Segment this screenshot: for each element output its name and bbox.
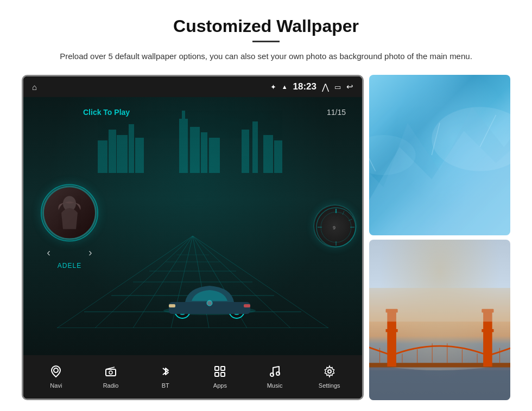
svg-point-59 (276, 372, 280, 375)
apps-label: Apps (213, 382, 227, 389)
main-display: Click To Play 11/15 (23, 97, 362, 355)
back-icon: ↩ (346, 82, 353, 92)
navi-label: Navi (50, 382, 62, 389)
nav-item-settings[interactable]: Settings (302, 365, 357, 389)
apps-grid-icon (213, 365, 226, 378)
apps-icon (213, 365, 226, 380)
bridge-wallpaper-thumb[interactable] (369, 240, 510, 400)
nav-item-bt[interactable]: BT (138, 365, 193, 389)
album-silhouette (53, 194, 86, 232)
svg-rect-13 (274, 140, 282, 173)
svg-point-42 (321, 212, 351, 242)
svg-rect-51 (106, 369, 116, 376)
bottom-nav: Navi Radio BT (23, 355, 362, 399)
svg-point-60 (328, 370, 331, 373)
svg-rect-75 (386, 329, 398, 332)
radio-label: Radio (103, 382, 119, 389)
svg-rect-36 (244, 304, 250, 307)
nav-item-navi[interactable]: Navi (29, 365, 84, 389)
navi-icon (49, 365, 62, 380)
up-arrow-icon: ⋀ (322, 82, 329, 92)
next-arrow[interactable]: › (88, 246, 92, 259)
nav-item-radio[interactable]: Radio (84, 365, 138, 389)
svg-rect-54 (215, 367, 219, 370)
nav-arrows: ‹ › (47, 246, 92, 259)
ice-texture-svg (369, 75, 510, 235)
bluetooth-svg-icon (160, 365, 172, 378)
ice-wallpaper-thumb[interactable] (369, 75, 510, 235)
car-screen: ⌂ ✦ ▲ 18:23 ⋀ ▭ ↩ (22, 75, 364, 400)
svg-rect-76 (482, 329, 493, 332)
page-description: Preload over 5 default wallpaper options… (60, 50, 472, 63)
svg-rect-8 (201, 132, 207, 173)
svg-rect-4 (135, 138, 144, 173)
dial-svg: 9 (314, 206, 358, 249)
content-area: ⌂ ✦ ▲ 18:23 ⋀ ▭ ↩ (22, 75, 510, 400)
svg-rect-2 (117, 135, 128, 173)
date-display: 11/15 (327, 108, 346, 117)
svg-rect-0 (98, 140, 107, 173)
radio-svg-icon (104, 365, 117, 378)
svg-rect-9 (209, 138, 220, 173)
title-divider (252, 41, 280, 42)
bluetooth-icon: ✦ (270, 83, 276, 91)
svg-rect-1 (109, 130, 116, 173)
svg-rect-6 (179, 119, 188, 173)
location-icon (49, 365, 62, 378)
music-player: ‹ › ADELE (40, 183, 99, 269)
music-label: Music (267, 382, 283, 389)
svg-rect-11 (252, 121, 258, 173)
nav-item-music[interactable]: Music (248, 365, 302, 389)
status-bar: ⌂ ✦ ▲ 18:23 ⋀ ▭ ↩ (23, 76, 362, 97)
radio-icon (104, 365, 117, 380)
svg-rect-69 (369, 370, 510, 400)
car-svg (158, 274, 261, 323)
svg-point-50 (54, 368, 58, 373)
svg-rect-55 (221, 367, 225, 370)
settings-icon (323, 365, 336, 380)
music-note-icon (268, 365, 281, 378)
settings-label: Settings (319, 382, 340, 389)
bt-icon (160, 365, 172, 380)
svg-point-37 (207, 300, 212, 306)
right-dial[interactable]: 9 (313, 204, 357, 248)
artist-name: ADELE (58, 262, 81, 269)
time-display: 18:23 (293, 81, 316, 92)
svg-rect-12 (263, 135, 273, 173)
svg-rect-7 (190, 127, 200, 173)
wallpaper-grid (369, 75, 510, 400)
nav-item-apps[interactable]: Apps (193, 365, 248, 389)
click-to-play-label: Click To Play (83, 108, 130, 117)
home-icon: ⌂ (32, 82, 37, 92)
status-left: ⌂ (32, 82, 37, 92)
svg-point-52 (109, 371, 112, 374)
gear-icon (323, 365, 336, 378)
prev-arrow[interactable]: ‹ (47, 246, 50, 259)
svg-point-41 (316, 208, 356, 247)
cityscape-svg (95, 108, 290, 173)
svg-rect-89 (369, 288, 510, 322)
svg-rect-3 (129, 124, 134, 173)
svg-rect-56 (215, 373, 219, 376)
window-icon: ▭ (334, 83, 341, 91)
bridge-svg (369, 288, 510, 400)
svg-point-58 (270, 373, 274, 376)
music-icon (268, 365, 281, 380)
svg-rect-10 (242, 130, 249, 173)
bt-label: BT (162, 382, 169, 389)
svg-rect-57 (221, 373, 225, 376)
album-art (42, 186, 97, 240)
page-title: Customized Wallpaper (173, 16, 359, 36)
signal-icon: ▲ (282, 84, 288, 90)
svg-rect-35 (169, 304, 175, 307)
svg-text:9: 9 (333, 225, 335, 230)
status-right: ✦ ▲ 18:23 ⋀ ▭ ↩ (270, 81, 353, 92)
